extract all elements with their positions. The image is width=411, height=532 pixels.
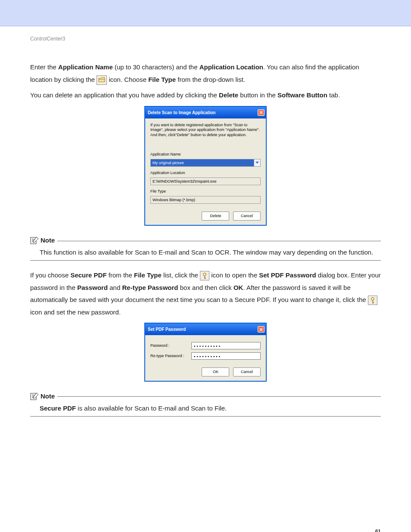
dialog-titlebar: Delete Scan to Image Application [145, 107, 266, 118]
note-rule [30, 416, 381, 417]
password-input[interactable]: •••••••••• [191, 342, 261, 349]
close-icon[interactable] [258, 326, 265, 333]
folder-icon [97, 75, 107, 85]
delete-button[interactable]: Delete [202, 212, 229, 221]
note-body: Secure PDF is also available for Scan to… [40, 403, 381, 414]
dialog-titlebar: Set PDF Password [145, 324, 266, 335]
page-number: 61 [30, 529, 381, 532]
dialog-title: Set PDF Password [148, 325, 186, 333]
dialog-intro: If you want to delete registered applica… [150, 123, 261, 138]
cancel-button[interactable]: Cancel [233, 367, 261, 376]
cancel-button[interactable]: Cancel [233, 212, 261, 221]
password-label: Password : [150, 342, 191, 349]
key-icon [200, 271, 209, 280]
app-name-label: Application Name [150, 151, 261, 158]
file-type-field: Windows Bitmap (*.bmp) [150, 196, 261, 204]
file-type-label: File Type [150, 188, 261, 195]
paragraph-2: You can delete an application that you h… [30, 89, 381, 102]
note-rule [30, 260, 381, 261]
note-heading: Note [30, 234, 381, 247]
key-icon [368, 296, 377, 305]
app-location-field: E:\WINDOWS\system32\mspaint.exe [150, 177, 261, 185]
paragraph-1: Enter the Application Name (up to 30 cha… [30, 61, 381, 86]
svg-point-4 [372, 299, 373, 300]
note-icon [30, 392, 39, 400]
app-name-select[interactable]: My original picture [150, 159, 254, 167]
retype-password-label: Re-type Password : [150, 352, 191, 360]
note-icon [30, 236, 39, 244]
chevron-down-icon[interactable] [254, 159, 261, 167]
note-heading: Note [30, 390, 381, 403]
svg-point-2 [204, 274, 206, 275]
set-pdf-password-dialog: Set PDF Password Password : •••••••••• R… [144, 323, 267, 381]
ok-button[interactable]: OK [202, 367, 229, 376]
delete-application-dialog: Delete Scan to Image Application If you … [144, 106, 267, 226]
top-banner [0, 0, 411, 26]
close-icon[interactable] [258, 109, 265, 116]
retype-password-input[interactable]: •••••••••• [191, 352, 261, 360]
running-header: ControlCenter3 [30, 36, 381, 42]
paragraph-3: If you choose Secure PDF from the File T… [30, 269, 381, 318]
note-body: This function is also available for Scan… [40, 247, 381, 258]
app-location-label: Application Location [150, 169, 261, 177]
dialog-title: Delete Scan to Image Application [148, 109, 215, 117]
